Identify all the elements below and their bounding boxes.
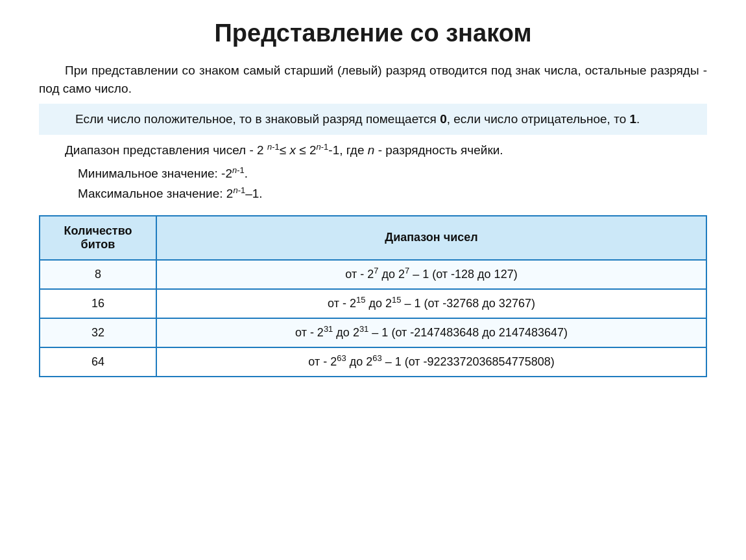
table-row: 32 от - 231 до 231 – 1 (от -2147483648 д… xyxy=(40,318,706,347)
table-header-row: Количествобитов Диапазон чисел xyxy=(40,216,706,260)
range-cell: от - 231 до 231 – 1 (от -2147483648 до 2… xyxy=(156,318,706,347)
max-label: Максимальное значение: 2n-1–1. xyxy=(78,187,263,200)
min-max-block: Минимальное значение: -2n-1. Максимально… xyxy=(39,164,707,204)
table-row: 64 от - 263 до 263 – 1 (от -922337203685… xyxy=(40,347,706,377)
header-range: Диапазон чисел xyxy=(156,216,706,260)
range-cell: от - 27 до 27 – 1 (от -128 до 127) xyxy=(156,260,706,289)
range-cell: от - 263 до 263 – 1 (от -922337203685477… xyxy=(156,347,706,377)
page-container: Представление со знаком При представлени… xyxy=(0,0,746,560)
bits-cell: 32 xyxy=(40,318,156,347)
table-row: 8 от - 27 до 27 – 1 (от -128 до 127) xyxy=(40,260,706,289)
range-table: Количествобитов Диапазон чисел 8 от - 27… xyxy=(39,215,707,377)
range-cell: от - 215 до 215 – 1 (от -32768 до 32767) xyxy=(156,289,706,318)
header-bits: Количествобитов xyxy=(40,216,156,260)
max-value-line: Максимальное значение: 2n-1–1. xyxy=(78,184,707,204)
bits-cell: 16 xyxy=(40,289,156,318)
page-title: Представление со знаком xyxy=(39,19,707,47)
table-row: 16 от - 215 до 215 – 1 (от -32768 до 327… xyxy=(40,289,706,318)
range-paragraph: Диапазон представления чисел - 2 n-1≤ x … xyxy=(39,141,707,159)
bits-cell: 64 xyxy=(40,347,156,377)
intro-paragraph: При представлении со знаком самый старши… xyxy=(39,62,707,97)
bits-cell: 8 xyxy=(40,260,156,289)
min-label: Минимальное значение: -2n-1. xyxy=(78,167,248,180)
min-value-line: Минимальное значение: -2n-1. xyxy=(78,164,707,183)
highlighted-paragraph: Если число положительное, то в знаковый … xyxy=(39,104,707,135)
